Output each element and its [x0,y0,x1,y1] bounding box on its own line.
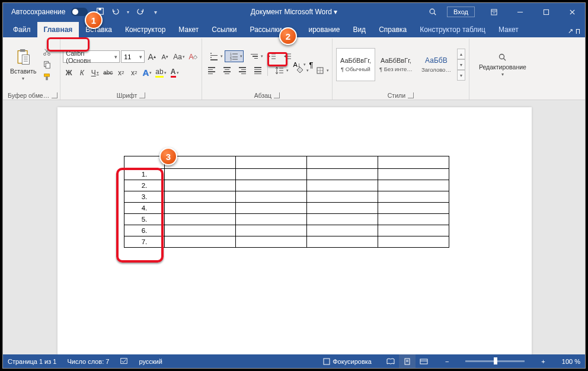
styles-more-icon[interactable]: ▾ [457,70,465,81]
undo-icon[interactable] [111,7,120,17]
svg-point-43 [499,54,504,59]
justify-button[interactable] [251,65,265,76]
text-effects-button[interactable]: A [141,66,153,79]
style-nospacing[interactable]: АаБбВвГг,¶ Без инте… [376,48,416,81]
format-painter-button[interactable] [41,72,52,82]
font-color-button[interactable]: A [169,66,181,79]
change-case-button[interactable]: Aa [172,50,186,63]
tab-home[interactable]: Главная [37,22,79,37]
document-title[interactable]: Документ Microsoft Word ▾ [251,8,337,16]
group-paragraph: 123 [202,39,333,100]
editing-button[interactable]: Редактирование ▾ [472,50,533,79]
tab-references[interactable]: Ссылки [205,22,243,37]
autosave-toggle[interactable] [71,8,88,16]
close-icon[interactable] [559,3,585,21]
zoom-out-button[interactable]: − [445,358,449,365]
read-mode-icon[interactable] [382,354,399,368]
login-button[interactable]: Вход [447,7,475,17]
svg-rect-21 [46,63,50,68]
chevron-down-icon: ▾ [22,76,24,81]
tab-help[interactable]: Справка [372,22,413,37]
chevron-down-icon: ▾ [501,72,504,77]
svg-rect-22 [44,74,49,76]
document-area[interactable]: 1. 2. 3. 4. 5. 6. 7. [3,100,585,354]
ribbon-options-icon[interactable] [481,3,507,21]
language-indicator[interactable]: русский [139,358,162,365]
tab-file[interactable]: Файл [7,22,37,37]
styles-scroll[interactable]: ▴▾▾ [457,49,465,81]
highlight-box-1 [47,37,90,52]
grow-font-button[interactable]: A▴ [146,50,158,63]
svg-rect-7 [544,9,548,14]
redo-icon[interactable] [136,7,145,17]
table[interactable]: 1. 2. 3. 4. 5. 6. 7. [124,156,449,248]
superscript-button[interactable]: x2 [128,66,140,79]
share-icon: ↗ [568,27,573,35]
spellcheck-icon[interactable] [120,357,128,366]
tab-review-partial[interactable]: ирование [288,22,346,37]
table-row: 3. [124,191,449,203]
align-right-button[interactable] [235,65,250,76]
svg-point-16 [43,53,46,56]
style-normal[interactable]: АаБбВвГг,¶ Обычный [336,48,375,81]
page-indicator[interactable]: Страница 1 из 1 [8,358,56,365]
align-center-button[interactable] [220,65,234,76]
paste-button[interactable]: Вставить ▾ [8,49,39,81]
statusbar: Страница 1 из 1 Число слов: 7 русский Фо… [3,354,585,368]
launcher-icon[interactable] [274,92,280,98]
font-group-label: Шрифт [117,92,138,99]
search-icon[interactable] [424,3,441,21]
web-layout-icon[interactable] [416,354,432,368]
align-left-button[interactable] [204,65,219,76]
clear-format-button[interactable]: A◇ [187,50,199,63]
show-marks-button[interactable]: ¶ [304,59,318,71]
callout-2: 2 [279,27,297,45]
tab-view[interactable]: Вид [346,22,372,37]
launcher-icon[interactable] [408,92,414,98]
qat-customize-icon[interactable]: ▾ [154,9,157,15]
underline-button[interactable]: Ч [89,66,101,79]
minimize-icon[interactable] [507,3,533,21]
zoom-level[interactable]: 100 % [562,358,580,365]
zoom-slider[interactable] [465,360,525,362]
copy-button[interactable] [41,59,52,70]
tab-design[interactable]: Конструктор [119,22,172,37]
zoom-in-button[interactable]: + [541,358,545,365]
multilevel-button[interactable] [245,50,264,62]
ribbon: Вставить ▾ Буфер обме… Calibri (Основн 1… [3,37,585,100]
bullets-button[interactable] [204,50,223,62]
chevron-down-icon[interactable]: ▾ [457,59,465,70]
shrink-font-button[interactable]: A▾ [159,50,171,63]
launcher-icon[interactable] [139,92,145,98]
tab-table-layout[interactable]: Макет [492,22,525,37]
table-cell [236,156,307,169]
maximize-icon[interactable] [533,3,559,21]
callout-1: 1 [85,11,103,29]
paragraph-group-label: Абзац [254,92,271,99]
font-name-select[interactable]: Calibri (Основн [63,50,120,63]
tab-table-design[interactable]: Конструктор таблиц [413,22,492,37]
tab-layout[interactable]: Макет [172,22,205,37]
strike-button[interactable]: abc [102,66,114,79]
svg-line-44 [503,58,506,60]
style-heading1[interactable]: АаБбВЗаголово… [417,48,456,81]
bold-button[interactable]: Ж [63,66,75,79]
styles-group-label: Стили [388,92,405,99]
print-layout-icon[interactable] [399,354,416,368]
launcher-icon[interactable] [52,92,57,98]
highlight-box-2 [267,52,287,66]
table-cell [124,156,165,169]
table-row: 6. [124,225,449,236]
line-spacing-button[interactable] [270,65,289,76]
undo-dropdown-icon[interactable]: ▾ [127,9,129,15]
table-cell [378,156,449,169]
chevron-up-icon[interactable]: ▴ [457,49,465,59]
highlight-button[interactable]: ab [154,66,167,79]
italic-button[interactable]: К [76,66,88,79]
font-size-select[interactable]: 11 [121,50,145,63]
focus-mode[interactable]: Фокусировка [323,358,372,365]
numbering-button[interactable]: 123 [225,50,244,62]
subscript-button[interactable]: x2 [115,66,127,79]
word-count[interactable]: Число слов: 7 [67,358,109,365]
share-button[interactable]: ↗П [563,25,585,37]
